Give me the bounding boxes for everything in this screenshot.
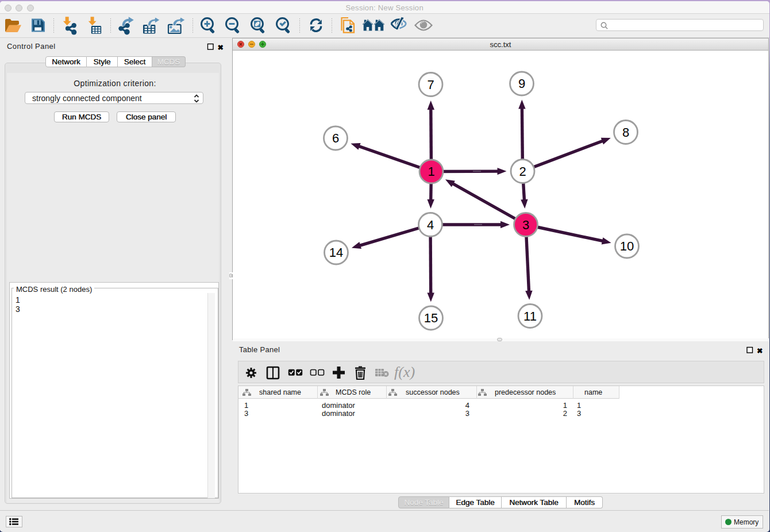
svg-text:15: 15 xyxy=(424,311,438,325)
svg-text:10: 10 xyxy=(620,239,634,253)
svg-text:2: 2 xyxy=(519,164,526,179)
svg-text:14: 14 xyxy=(329,245,343,260)
svg-text:1: 1 xyxy=(428,164,434,179)
svg-text:9: 9 xyxy=(518,76,525,91)
svg-text:3: 3 xyxy=(522,218,529,232)
svg-text:11: 11 xyxy=(523,309,537,323)
svg-text:6: 6 xyxy=(332,131,339,145)
svg-text:7: 7 xyxy=(427,78,434,92)
svg-text:8: 8 xyxy=(622,125,629,140)
svg-text:✖: ✖ xyxy=(757,347,763,354)
svg-text:✖: ✖ xyxy=(218,44,224,51)
svg-text:4: 4 xyxy=(427,218,434,232)
